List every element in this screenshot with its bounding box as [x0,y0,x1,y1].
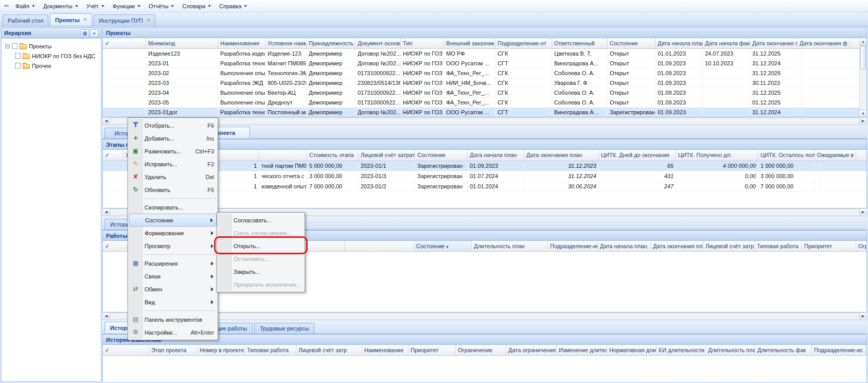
column-header[interactable]: Дата начала план. [656,38,703,48]
column-header[interactable]: Подразделение-исполнитель. [548,241,598,251]
menu-item[interactable]: Обновить F5 [129,183,217,196]
column-header[interactable]: Приоритет [409,345,456,355]
column-header[interactable]: Лицевой счёт затр [296,345,362,355]
column-header[interactable]: Лицевой счёт затр [703,241,755,251]
menubar-item[interactable]: Документы [39,1,82,11]
window-tab[interactable]: Проекты [50,13,92,26]
column-header[interactable]: Лицевой счёт затрат [359,150,415,161]
menu-item[interactable]: Исправить... F2 [129,158,217,170]
scroll-down-icon[interactable] [860,110,866,117]
column-header[interactable]: Тип [401,38,444,48]
column-header[interactable]: ✓ [103,345,149,355]
tree-item[interactable]: НИОКР по ГОЗ без НДС [3,51,100,61]
window-tab[interactable]: Инструкции ПУП [94,14,155,26]
menu-item[interactable]: Удалить Del [129,170,217,183]
column-header[interactable]: Наименование [218,38,265,48]
column-header[interactable]: Подразделение-от [495,38,552,48]
scroll-right-icon[interactable] [859,209,866,215]
table-row[interactable]: 2023-02Выполнение опытно-конс...Технолог… [103,68,866,78]
column-header[interactable]: Документ-основан [356,38,401,48]
submenu-item[interactable]: Согласовать... [218,214,304,227]
menu-item[interactable] [129,196,217,201]
menu-item[interactable]: Панель инструментов [129,313,217,326]
column-header[interactable]: Длительность план [472,241,548,251]
column-header[interactable]: Дата окончания план [524,150,599,161]
column-header[interactable]: Типовая работа [245,345,296,355]
column-header[interactable]: Подразделение-ис [812,345,865,355]
column-header[interactable]: Дата окончания пл [750,38,798,48]
menu-item[interactable]: Связи [129,270,217,283]
column-header[interactable]: Условное наименова [265,38,307,48]
menu-item[interactable]: Размножить... Ctrl+F3 [129,145,217,158]
column-header[interactable]: Мнемокод [146,38,218,48]
column-header[interactable]: ✓ [103,150,123,161]
locate-icon[interactable] [81,29,89,37]
column-header[interactable]: ✓ [103,38,146,48]
scroll-left-icon[interactable] [103,209,110,215]
table-row[interactable]: 2023-04Выполнение опытно-конс...Вектор-А… [103,88,866,98]
column-header[interactable]: Состояние [414,241,472,251]
column-header[interactable]: Ожидаемые в [815,150,856,161]
menu-item[interactable]: Состояние [129,214,217,227]
column-header[interactable]: Изменение длител [557,345,607,355]
column-header[interactable]: Дата окончания ф [798,38,850,48]
table-row[interactable]: 2023-01Разработка технологии и...Магнит … [103,59,866,68]
column-header[interactable]: Ограничени [856,241,867,251]
menu-item[interactable]: Вид [129,295,217,308]
table-row[interactable]: 2023-05Выполнение опытно-конс...Дредноут… [103,98,866,108]
column-header[interactable]: Дата начала план [468,150,524,161]
window-tab[interactable]: Рабочий стол [3,14,48,26]
menu-item[interactable] [129,252,217,257]
column-header[interactable]: Дата начала факт [703,38,750,48]
column-header[interactable]: Нормативная длит [607,345,657,355]
column-header[interactable]: ЦИТК. Получено д/с [676,150,758,161]
column-header[interactable]: Ограничение [456,345,506,355]
menubar-item[interactable]: Учёт [82,1,109,11]
column-header[interactable]: Наименование [362,345,409,355]
column-header[interactable]: ЦИТК. Осталось получить д/с [758,150,815,161]
menu-item[interactable]: Просмотр [129,239,217,252]
column-header[interactable]: Состояние [608,38,656,48]
scroll-thumb[interactable] [860,46,866,69]
column-header[interactable]: Ответственный [552,38,608,48]
submenu-item[interactable]: Снять согласование... [218,227,304,239]
tree-item[interactable]: Проекты [3,41,100,51]
menu-item[interactable]: Обмен [129,283,217,295]
column-header[interactable]: Номер в проекте [198,345,245,355]
close-icon[interactable] [83,18,87,22]
tab-history[interactable]: Трудовые ресурсы [254,323,314,334]
scroll-right-icon[interactable] [859,313,866,319]
menubar-item[interactable]: Файл [11,1,39,11]
column-header[interactable]: Длительность пла [706,345,755,355]
column-header[interactable] [259,150,307,161]
column-header[interactable]: ЕИ длительности [657,345,706,355]
menu-item[interactable]: Отобрать... F6 [129,119,217,132]
collapse-panel-icon[interactable] [90,29,98,37]
menu-item[interactable]: Добавить... Ins [129,132,217,145]
menu-item[interactable]: Настройки... Alt+Enter [129,326,217,339]
column-header[interactable]: Стоимость этапа [307,150,359,161]
column-header[interactable]: Типовая работа [755,241,802,251]
column-header[interactable]: Дата начала план. [598,241,651,251]
menu-item[interactable]: Скопировать... [129,201,217,214]
table-row[interactable]: 2023-01догРазработка технологии...Постоя… [103,108,866,117]
table-row[interactable]: 2023-03Разработка ЭКД и РКД н...905-U020… [103,78,866,88]
submenu-item[interactable]: Остановить... [218,252,304,265]
menubar-item[interactable]: Отчёты [145,1,178,11]
tree-checkbox[interactable] [15,63,21,68]
menu-item[interactable]: Расширения [129,257,217,270]
tree-expander-icon[interactable] [5,44,10,48]
column-header[interactable]: Состояние [415,150,468,161]
menubar-item[interactable]: Справка [215,1,251,11]
column-header[interactable]: Принадлежность [307,38,356,48]
menu-item[interactable]: Формирование [129,227,217,239]
column-header[interactable]: Длительность фак [755,345,812,355]
menubar-item[interactable]: Функции [109,1,145,11]
projects-vertical-scrollbar[interactable] [859,38,866,117]
submenu-item[interactable]: Закрыть... [218,265,304,278]
column-header[interactable]: Внешний заказчик [444,38,495,48]
submenu-item[interactable]: Открыть... [218,239,304,252]
column-header[interactable]: ЦИТК. Дней до окончания [599,150,676,161]
table-row[interactable]: Изделие123Разработка изделия 123Изделие-… [103,49,866,59]
tree-checkbox[interactable] [12,43,17,49]
